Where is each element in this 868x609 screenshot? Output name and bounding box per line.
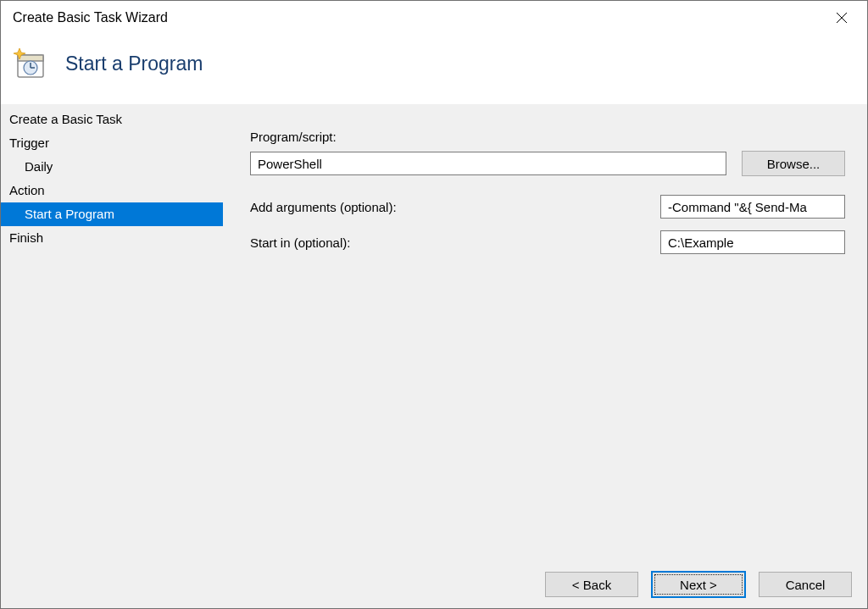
window-title: Create Basic Task Wizard <box>13 10 168 25</box>
arguments-label: Add arguments (optional): <box>250 200 660 214</box>
browse-button[interactable]: Browse... <box>742 151 845 176</box>
startin-label: Start in (optional): <box>250 235 660 250</box>
cancel-button[interactable]: Cancel <box>759 572 852 597</box>
program-script-row: Browse... <box>250 151 845 176</box>
back-button[interactable]: < Back <box>545 572 638 597</box>
program-script-input[interactable] <box>250 152 726 175</box>
scheduler-icon <box>13 47 47 80</box>
svg-rect-3 <box>18 55 43 61</box>
startin-row: Start in (optional): <box>250 230 845 254</box>
step-trigger[interactable]: Trigger <box>1 131 223 155</box>
wizard-body: Create a Basic Task Trigger Daily Action… <box>1 104 867 561</box>
arguments-row: Add arguments (optional): <box>250 195 845 219</box>
step-action[interactable]: Action <box>1 179 223 202</box>
page-title: Start a Program <box>65 53 203 75</box>
titlebar: Create Basic Task Wizard <box>1 1 867 35</box>
page-heading: Start a Program <box>1 35 867 104</box>
wizard-window: Create Basic Task Wizard Start a Program <box>0 0 868 609</box>
startin-input[interactable] <box>660 230 845 254</box>
wizard-footer: < Back Next > Cancel <box>1 561 867 608</box>
step-daily[interactable]: Daily <box>1 155 223 179</box>
close-icon <box>836 12 848 24</box>
step-finish[interactable]: Finish <box>1 226 223 250</box>
next-button[interactable]: Next > <box>652 572 745 597</box>
step-create-basic-task[interactable]: Create a Basic Task <box>1 108 223 131</box>
wizard-steps-sidebar: Create a Basic Task Trigger Daily Action… <box>1 104 223 561</box>
program-script-label: Program/script: <box>250 130 845 144</box>
content-panel: Program/script: Browse... Add arguments … <box>223 104 867 561</box>
arguments-input[interactable] <box>660 195 845 219</box>
close-button[interactable] <box>828 4 855 31</box>
step-start-a-program[interactable]: Start a Program <box>1 202 223 226</box>
